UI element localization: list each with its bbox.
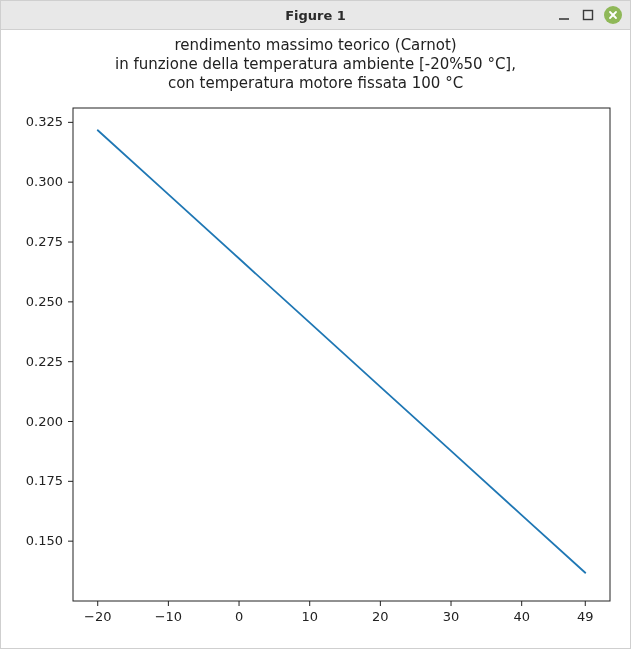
svg-text:20: 20 [372, 609, 389, 624]
svg-text:0.250: 0.250 [26, 294, 63, 309]
window-title: Figure 1 [1, 8, 630, 23]
svg-text:0.175: 0.175 [26, 473, 63, 488]
svg-text:0.150: 0.150 [26, 533, 63, 548]
window-controls [556, 6, 630, 24]
svg-text:0: 0 [235, 609, 243, 624]
svg-text:40: 40 [513, 609, 530, 624]
svg-text:0.275: 0.275 [26, 234, 63, 249]
svg-text:49: 49 [577, 609, 594, 624]
close-icon[interactable] [604, 6, 622, 24]
svg-text:0.300: 0.300 [26, 174, 63, 189]
minimize-icon[interactable] [556, 7, 572, 23]
svg-rect-1 [584, 11, 593, 20]
svg-text:−10: −10 [155, 609, 182, 624]
svg-text:10: 10 [301, 609, 318, 624]
figure-window: Figure 1 rendimento massimo teorico (Car… [0, 0, 631, 649]
svg-text:0.225: 0.225 [26, 354, 63, 369]
svg-text:0.325: 0.325 [26, 114, 63, 129]
svg-text:−20: −20 [84, 609, 111, 624]
svg-text:30: 30 [443, 609, 460, 624]
svg-text:0.200: 0.200 [26, 414, 63, 429]
titlebar[interactable]: Figure 1 [1, 1, 630, 30]
figure-area: rendimento massimo teorico (Carnot) in f… [1, 30, 630, 648]
chart-plot: −20−10010203040490.1500.1750.2000.2250.2… [1, 30, 630, 649]
maximize-icon[interactable] [580, 7, 596, 23]
